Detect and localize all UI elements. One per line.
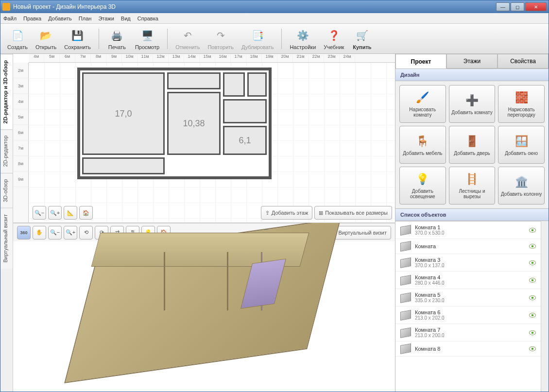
toolbar-open[interactable]: 📂Открыть xyxy=(34,27,58,51)
toolbar-redo: ↷Повторить xyxy=(206,27,236,51)
menu-План[interactable]: План xyxy=(79,16,92,21)
toolbar-save[interactable]: 💾Сохранить xyxy=(62,27,93,51)
app-icon xyxy=(2,3,10,11)
sidetab-2[interactable]: 3D-обзор xyxy=(0,173,13,208)
visibility-icon[interactable] xyxy=(529,313,536,318)
room-small-2[interactable] xyxy=(223,72,245,97)
right-tab-0[interactable]: Проект xyxy=(395,54,446,68)
bottom-btn-2[interactable]: 🔍− xyxy=(48,226,62,239)
toolbar-help[interactable]: ❓Учебник xyxy=(322,27,346,51)
room-3[interactable]: 6,1 xyxy=(223,126,267,155)
tool-add-column[interactable]: 🏛️Добавить колонну xyxy=(498,167,545,205)
menu-Правка[interactable]: Правка xyxy=(23,16,41,21)
tool-draw-room[interactable]: 🖌️Нарисовать комнату xyxy=(399,85,446,123)
tool-add-door[interactable]: 🚪Добавить дверь xyxy=(449,126,496,164)
print-icon: 🖨️ xyxy=(109,28,125,43)
cube-icon xyxy=(400,310,411,321)
draw-room-icon: 🖌️ xyxy=(415,90,430,105)
object-row-0[interactable]: Комната 1370.0 x 530.0 xyxy=(395,222,541,239)
toolbar-buy[interactable]: 🛒Купить xyxy=(350,27,374,51)
canvas-btn-2[interactable]: 📐 xyxy=(64,206,77,220)
object-row-3[interactable]: Комната 4280.0 x 446.0 xyxy=(395,272,541,289)
toolbar-dup: 📑Дублировать xyxy=(240,27,275,51)
tool-add-window[interactable]: 🪟Добавить окно xyxy=(498,126,545,164)
sidetab-3[interactable]: Виртуальный визит xyxy=(0,208,13,269)
bottom-btn-1[interactable]: ✋ xyxy=(33,226,46,239)
menu-Вид[interactable]: Вид xyxy=(121,16,131,21)
canvas-action-1[interactable]: ⊞Показывать все размеры xyxy=(314,206,392,220)
visibility-icon[interactable] xyxy=(529,260,536,265)
object-list[interactable]: Комната 1370.0 x 530.0КомнатаКомната 337… xyxy=(395,221,541,392)
pane-2d[interactable]: 4м5м6м7м8м9м10м11м12м13м14м15м16м17м18м1… xyxy=(13,54,395,223)
visibility-icon[interactable] xyxy=(529,330,536,335)
room-small-3[interactable] xyxy=(247,72,267,97)
room-2[interactable]: 10,38 xyxy=(167,92,221,155)
object-row-4[interactable]: Комната 5335.0 x 230.0 xyxy=(395,289,541,307)
visibility-icon[interactable] xyxy=(529,295,536,300)
tool-add-light[interactable]: 💡Добавить освещение xyxy=(399,167,446,205)
maximize-button[interactable]: ◻ xyxy=(511,2,524,11)
visibility-icon[interactable] xyxy=(529,244,536,249)
app-window: Новый проект - Дизайн Интерьера 3D — ◻ ✕… xyxy=(0,0,549,392)
stairs-icon: 🪜 xyxy=(464,172,479,187)
undo-icon: ↶ xyxy=(180,28,195,43)
add-furniture-icon: 🪑 xyxy=(415,134,430,149)
scrollbar[interactable] xyxy=(541,221,549,392)
object-row-6[interactable]: Комната 7213.0 x 200.0 xyxy=(395,324,541,341)
view-tabs: 2D-редактор и 3D-обзор2D-редактор3D-обзо… xyxy=(0,54,13,392)
dup-icon: 📑 xyxy=(250,28,265,43)
cube-icon xyxy=(400,225,411,236)
right-tab-2[interactable]: Свойства xyxy=(498,54,549,68)
tool-stairs[interactable]: 🪜Лестницы и вырезы xyxy=(449,167,496,205)
object-row-5[interactable]: Комната 6213.0 x 202.0 xyxy=(395,307,541,324)
object-row-1[interactable]: Комната xyxy=(395,239,541,254)
visibility-icon[interactable] xyxy=(529,346,536,351)
room-small-5[interactable] xyxy=(82,157,165,174)
right-tab-1[interactable]: Этажи xyxy=(446,54,498,68)
toolbar-separator xyxy=(99,29,99,49)
view-icon: 🖥️ xyxy=(139,28,155,43)
visibility-icon[interactable] xyxy=(529,278,536,283)
iso-view[interactable] xyxy=(81,238,324,364)
sidetab-0[interactable]: 2D-редактор и 3D-обзор xyxy=(0,54,13,129)
toolbar-create[interactable]: 📄Создать xyxy=(5,27,30,51)
menu-Справка[interactable]: Справка xyxy=(137,16,158,21)
toolbar-print[interactable]: 🖨️Печать xyxy=(105,27,129,51)
bottom-btn-3[interactable]: 🔍+ xyxy=(64,226,77,239)
canvas-action-0[interactable]: ⇪Добавить этаж xyxy=(261,206,312,220)
bottom-btn-0[interactable]: 360 xyxy=(17,226,31,239)
canvas-btn-1[interactable]: 🔍+ xyxy=(48,206,62,220)
sidetab-1[interactable]: 2D-редактор xyxy=(0,129,13,172)
tool-draw-partition[interactable]: 🧱Нарисовать перегородку xyxy=(498,85,545,123)
cube-icon xyxy=(400,343,411,354)
object-row-7[interactable]: Комната 8 xyxy=(395,341,541,357)
menu-Добавить[interactable]: Добавить xyxy=(48,16,72,21)
room-1[interactable]: 17,0 xyxy=(82,72,165,155)
floor-plan: 17,0 10,38 6,1 xyxy=(77,68,272,179)
toolbar-view[interactable]: 🖥️Просмотр xyxy=(133,27,161,51)
pane-3d[interactable]: 360✋🔍−🔍+⟲⟳⇄⇅💡🏠 Прозрачные стены 📹 Виртуа… xyxy=(13,223,395,392)
settings-icon: ⚙️ xyxy=(295,28,310,43)
close-button[interactable]: ✕ xyxy=(525,2,547,11)
toolbar-undo: ↶Отменить xyxy=(173,27,202,51)
minimize-button[interactable]: — xyxy=(496,2,510,11)
canvas-btn-0[interactable]: 🔍− xyxy=(33,206,46,220)
ruler-vertical: 2м3м4м5м6м7м8м9м xyxy=(13,63,29,222)
object-row-2[interactable]: Комната 3370.0 x 137.0 xyxy=(395,254,541,272)
canvas-btn-3[interactable]: 🏠 xyxy=(79,206,93,220)
tool-add-room[interactable]: ➕Добавить комнату xyxy=(449,85,496,123)
menu-Этажи[interactable]: Этажи xyxy=(98,16,114,21)
toolbar-settings[interactable]: ⚙️Настройки xyxy=(288,27,318,51)
cube-icon xyxy=(400,241,411,252)
toolbar-separator xyxy=(281,29,282,49)
tool-add-furniture[interactable]: 🪑Добавить мебель xyxy=(399,126,446,164)
canvas-2d[interactable]: 17,0 10,38 6,1 xyxy=(29,63,395,222)
create-icon: 📄 xyxy=(10,28,25,43)
add-room-icon: ➕ xyxy=(464,93,479,108)
menu-Файл[interactable]: Файл xyxy=(3,16,17,21)
visibility-icon[interactable] xyxy=(529,228,536,233)
window-title: Новый проект - Дизайн Интерьера 3D xyxy=(13,3,496,10)
room-small-4[interactable] xyxy=(223,99,267,123)
draw-partition-icon: 🧱 xyxy=(514,90,529,105)
room-small-1[interactable] xyxy=(167,72,221,89)
